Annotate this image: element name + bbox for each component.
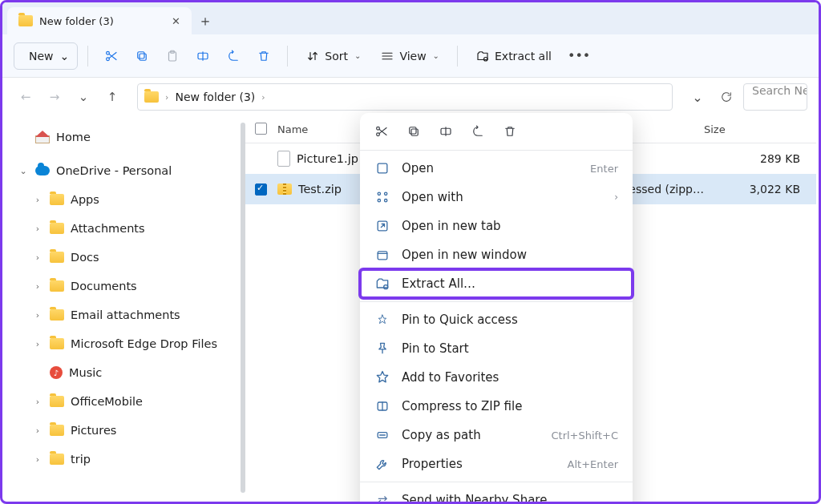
checkbox-icon[interactable] [255, 123, 267, 135]
sidebar-item-home[interactable]: Home [8, 123, 245, 151]
sidebar-item-apps[interactable]: ›Apps [8, 185, 245, 214]
new-button[interactable]: New ⌄ [14, 42, 78, 70]
context-add-favorites[interactable]: Add to Favorites [360, 363, 633, 392]
tab-active[interactable]: New folder (3) ✕ [7, 7, 192, 34]
sidebar-item-officemobile[interactable]: ›OfficeMobile [8, 387, 245, 416]
expand-icon[interactable]: › [32, 310, 43, 321]
sidebar: Home ⌄ OneDrive - Personal ›Apps ›Attach… [5, 116, 245, 499]
svg-rect-11 [411, 129, 418, 135]
expand-icon[interactable]: › [32, 339, 43, 349]
expand-icon[interactable]: › [32, 252, 43, 263]
context-nearby-share[interactable]: ⇄Send with Nearby Share [360, 486, 633, 504]
copy-button[interactable] [406, 124, 421, 139]
svg-point-16 [385, 192, 387, 195]
sidebar-item-onedrive[interactable]: ⌄ OneDrive - Personal [8, 156, 245, 185]
context-open-with[interactable]: Open with› [360, 183, 633, 212]
delete-button[interactable] [503, 124, 517, 139]
checkbox-icon[interactable] [255, 183, 267, 196]
sort-icon [305, 49, 320, 63]
sidebar-item-docs[interactable]: ›Docs [8, 243, 245, 272]
context-new-tab-label: Open in new tab [402, 219, 501, 233]
context-properties[interactable]: PropertiesAlt+Enter [360, 450, 633, 478]
share-button[interactable] [471, 124, 485, 139]
delete-button[interactable] [250, 42, 277, 70]
expand-icon[interactable]: › [32, 224, 43, 234]
sidebar-onedrive-label: OneDrive - Personal [56, 164, 172, 177]
address-bar: ← → ⌄ ↑ › New folder (3) › ⌄ Search New [2, 78, 819, 116]
expand-icon[interactable]: › [32, 454, 43, 465]
context-pin-start[interactable]: Pin to Start [360, 334, 633, 363]
svg-rect-14 [378, 163, 387, 173]
new-tab-button[interactable]: ＋ [192, 7, 219, 34]
extract-all-button[interactable]: Extract all [467, 42, 560, 70]
sidebar-item-email-attachments[interactable]: ›Email attachments [8, 300, 245, 329]
expand-icon[interactable]: › [32, 425, 43, 436]
svg-point-21 [384, 285, 388, 289]
forward-button[interactable]: → [42, 85, 67, 109]
share-button[interactable] [220, 42, 247, 70]
tab-bar: New folder (3) ✕ ＋ [2, 2, 819, 34]
more-button[interactable]: ••• [563, 42, 595, 70]
context-open-new-window[interactable]: Open in new window [360, 240, 633, 269]
separator [360, 150, 633, 151]
refresh-button[interactable] [714, 85, 738, 109]
address-history-button[interactable]: ⌄ [686, 85, 710, 109]
rename-button[interactable] [439, 124, 453, 139]
onedrive-icon [35, 166, 50, 175]
context-compress[interactable]: Compress to ZIP file [360, 392, 633, 421]
context-properties-label: Properties [402, 457, 463, 471]
sidebar-item-edge-drop[interactable]: ›Microsoft Edge Drop Files [8, 329, 245, 358]
column-size[interactable]: Size [704, 123, 816, 135]
close-icon[interactable]: ✕ [172, 15, 180, 27]
file-name: Picture1.jp [297, 152, 358, 165]
folder-icon [50, 280, 64, 292]
sidebar-item-pictures[interactable]: ›Pictures [8, 416, 245, 445]
share-icon [226, 49, 241, 63]
recent-locations-button[interactable]: ⌄ [71, 85, 95, 109]
context-open[interactable]: OpenEnter [360, 154, 633, 183]
expand-icon[interactable]: › [32, 281, 43, 292]
select-all-cell[interactable] [255, 123, 277, 137]
sidebar-item-music[interactable]: ♪Music [8, 358, 245, 387]
svg-point-17 [378, 200, 380, 202]
copy-icon [135, 49, 149, 63]
tab-title: New folder (3) [39, 15, 114, 27]
breadcrumb-item[interactable]: New folder (3) [175, 91, 255, 103]
context-pin-start-label: Pin to Start [402, 341, 469, 356]
folder-icon [50, 425, 64, 436]
context-menu: OpenEnter Open with› Open in new tab Ope… [360, 113, 633, 504]
sidebar-item-trip[interactable]: ›trip [8, 445, 245, 474]
expand-icon[interactable]: › [32, 195, 43, 205]
context-open-new-tab[interactable]: Open in new tab [360, 212, 633, 240]
up-button[interactable]: ↑ [100, 85, 124, 109]
context-copy-path[interactable]: Copy as pathCtrl+Shift+C [360, 421, 633, 450]
new-window-icon [374, 247, 390, 263]
file-name: Test.zip [298, 183, 342, 196]
refresh-icon [720, 91, 733, 103]
cut-button[interactable] [98, 42, 125, 70]
chevron-right-icon: › [614, 192, 618, 203]
pin-icon [374, 341, 390, 357]
search-input[interactable]: Search New [743, 83, 807, 111]
extract-icon [374, 276, 390, 292]
expand-icon[interactable]: › [32, 397, 43, 407]
sidebar-item-attachments[interactable]: ›Attachments [8, 214, 245, 243]
breadcrumb[interactable]: › New folder (3) › [137, 83, 673, 111]
cut-button[interactable] [374, 124, 389, 139]
folder-icon [50, 309, 64, 321]
context-compress-label: Compress to ZIP file [402, 399, 522, 413]
rename-icon [439, 124, 453, 139]
sort-button[interactable]: Sort ⌄ [297, 42, 369, 70]
rename-button[interactable] [189, 42, 216, 70]
context-extract-all[interactable]: Extract All… [360, 269, 633, 298]
path-icon [374, 427, 390, 443]
sidebar-item-documents[interactable]: ›Documents [8, 272, 245, 300]
svg-point-8 [484, 57, 488, 61]
context-pin-quick-access[interactable]: Pin to Quick access [360, 305, 633, 334]
view-label: View [399, 50, 426, 62]
collapse-icon[interactable]: ⌄ [18, 166, 29, 176]
copy-button[interactable] [128, 42, 156, 70]
sidebar-item-label: Music [69, 366, 102, 379]
view-button[interactable]: View ⌄ [372, 42, 447, 70]
back-button[interactable]: ← [14, 85, 38, 109]
